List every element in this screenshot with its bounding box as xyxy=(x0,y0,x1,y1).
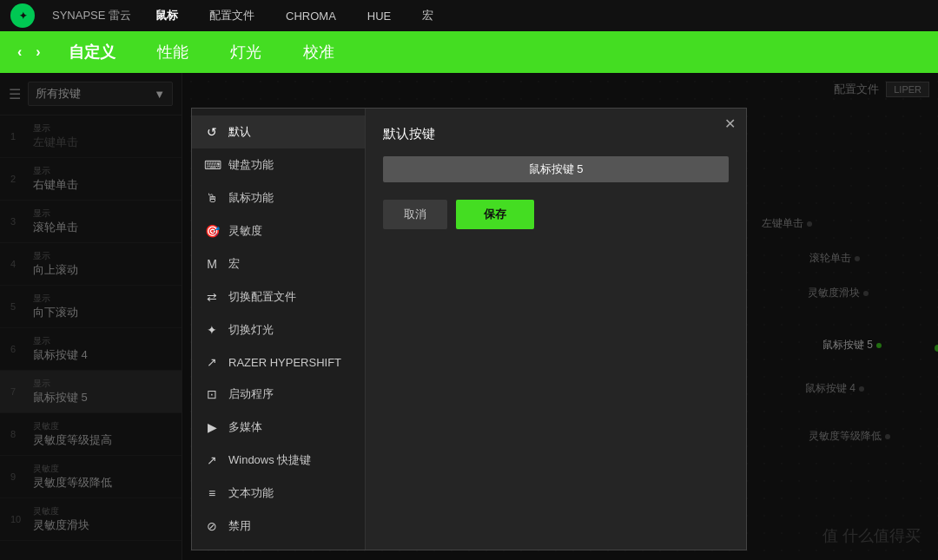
main-area: ☰ 所有按键 ▼ 1 显示 左键单击 2 显示 右键单击 3 显示 滚轮单击 4… xyxy=(0,73,938,560)
modal-menu-item-10[interactable]: ↗ Windows 快捷键 xyxy=(192,444,365,477)
menu-item-icon: ↺ xyxy=(204,125,220,139)
sub-navigation: ‹ › 自定义 性能 灯光 校准 xyxy=(0,31,938,73)
modal-menu: ↺ 默认 ⌨ 键盘功能 🖱 鼠标功能 🎯 灵敏度 M 宏 ⇄ 切换配置文件 ✦ … xyxy=(192,109,366,550)
modal-menu-item-6[interactable]: ✦ 切换灯光 xyxy=(192,313,365,346)
nav-config[interactable]: 配置文件 xyxy=(202,4,261,27)
current-key-display: 鼠标按键 5 xyxy=(383,156,729,182)
menu-item-icon: 🎯 xyxy=(204,224,220,238)
menu-item-label: 文本功能 xyxy=(228,485,274,501)
menu-item-icon: M xyxy=(204,257,220,271)
modal-menu-item-0[interactable]: ↺ 默认 xyxy=(192,115,365,148)
menu-item-icon: ↗ xyxy=(204,453,220,467)
tab-calibration[interactable]: 校准 xyxy=(286,36,352,68)
nav-macro[interactable]: 宏 xyxy=(415,4,440,27)
cancel-button[interactable]: 取消 xyxy=(383,200,447,229)
modal-content: 默认按键 鼠标按键 5 取消 保存 xyxy=(366,109,746,550)
menu-item-icon: 🖱 xyxy=(204,191,220,205)
menu-item-label: Windows 快捷键 xyxy=(228,452,311,468)
modal-menu-item-1[interactable]: ⌨ 键盘功能 xyxy=(192,148,365,181)
menu-item-label: 禁用 xyxy=(228,518,251,534)
modal-menu-item-7[interactable]: ↗ RAZER HYPERSHIFT xyxy=(192,346,365,378)
menu-item-icon: ⊡ xyxy=(204,387,220,401)
menu-item-label: 灵敏度 xyxy=(228,223,262,239)
modal-buttons: 取消 保存 xyxy=(383,200,729,229)
menu-item-icon: ▶ xyxy=(204,420,220,434)
menu-item-label: 切换配置文件 xyxy=(228,289,296,305)
nav-forward-button[interactable]: › xyxy=(32,44,43,60)
modal-close-button[interactable]: ✕ xyxy=(724,115,736,132)
menu-item-icon: ✦ xyxy=(204,323,220,337)
menu-item-label: 键盘功能 xyxy=(228,157,274,173)
tab-customize[interactable]: 自定义 xyxy=(51,36,133,68)
menu-item-label: RAZER HYPERSHIFT xyxy=(228,356,341,369)
menu-item-icon: ⇄ xyxy=(204,290,220,304)
nav-back-button[interactable]: ‹ xyxy=(14,44,25,60)
tab-lighting[interactable]: 灯光 xyxy=(213,36,279,68)
modal-title: 默认按键 xyxy=(383,126,729,142)
modal-menu-item-12[interactable]: ⊘ 禁用 xyxy=(192,510,365,543)
modal-menu-item-11[interactable]: ≡ 文本功能 xyxy=(192,477,365,510)
menu-item-label: 鼠标功能 xyxy=(228,190,274,206)
modal-menu-item-4[interactable]: M 宏 xyxy=(192,247,365,280)
modal-dialog: ✕ ↺ 默认 ⌨ 键盘功能 🖱 鼠标功能 🎯 灵敏度 M 宏 ⇄ 切换配置文件 … xyxy=(191,108,747,550)
menu-item-label: 默认 xyxy=(228,124,251,140)
top-navigation: ✦ SYNAPSE 雷云 鼠标 配置文件 CHROMA HUE 宏 xyxy=(0,0,938,31)
svg-text:✦: ✦ xyxy=(19,10,27,21)
save-button[interactable]: 保存 xyxy=(456,200,534,229)
synapse-label: SYNAPSE 雷云 xyxy=(52,8,131,23)
menu-item-label: 切换灯光 xyxy=(228,322,274,338)
menu-item-icon: ↗ xyxy=(204,355,220,369)
nav-hue[interactable]: HUE xyxy=(360,6,398,26)
menu-item-label: 多媒体 xyxy=(228,419,262,435)
razer-logo: ✦ xyxy=(10,3,35,28)
menu-item-icon: ≡ xyxy=(204,486,220,500)
nav-chroma[interactable]: CHROMA xyxy=(279,6,343,26)
modal-menu-item-5[interactable]: ⇄ 切换配置文件 xyxy=(192,280,365,313)
menu-item-label: 启动程序 xyxy=(228,386,274,402)
menu-item-label: 宏 xyxy=(228,256,240,272)
nav-mouse[interactable]: 鼠标 xyxy=(149,4,185,27)
modal-menu-item-9[interactable]: ▶ 多媒体 xyxy=(192,411,365,444)
modal-menu-item-8[interactable]: ⊡ 启动程序 xyxy=(192,378,365,411)
menu-item-icon: ⊘ xyxy=(204,519,220,533)
modal-menu-item-3[interactable]: 🎯 灵敏度 xyxy=(192,214,365,247)
modal-menu-item-2[interactable]: 🖱 鼠标功能 xyxy=(192,181,365,214)
menu-item-icon: ⌨ xyxy=(204,158,220,172)
modal-overlay: ✕ ↺ 默认 ⌨ 键盘功能 🖱 鼠标功能 🎯 灵敏度 M 宏 ⇄ 切换配置文件 … xyxy=(0,73,938,560)
tab-performance[interactable]: 性能 xyxy=(140,36,206,68)
